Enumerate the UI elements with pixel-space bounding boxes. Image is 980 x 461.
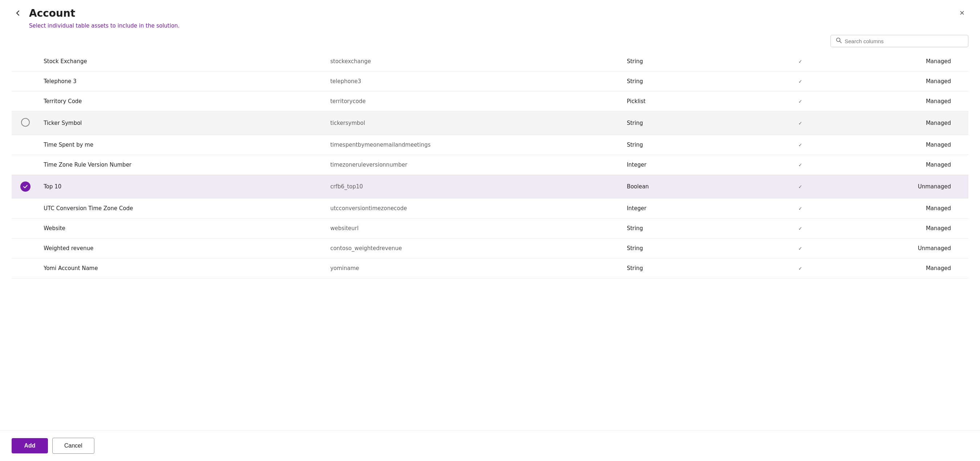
row-logical-name: timespentbymeonemailandmeetings (326, 135, 622, 155)
table-row[interactable]: WebsitewebsiteurlString✓Managed (12, 219, 968, 238)
row-name: Telephone 3 (39, 72, 326, 91)
table-row[interactable]: Top 10crfb6_top10Boolean✓Unmanaged (12, 175, 968, 199)
row-logical-name: utcconversiontimezonecode (326, 199, 622, 219)
row-checkmark: ✓ (770, 175, 830, 199)
row-checkmark: ✓ (770, 258, 830, 278)
subtitle-highlight2: include in the solution (118, 22, 178, 29)
page-title: Account (29, 7, 75, 19)
row-type: Picklist (622, 91, 770, 111)
row-logical-name: territorycode (326, 91, 622, 111)
row-checkbox[interactable] (12, 258, 39, 278)
row-checkbox[interactable] (12, 135, 39, 155)
row-type: String (622, 72, 770, 91)
table-row[interactable]: Telephone 3telephone3String✓Managed (12, 72, 968, 91)
row-type: Integer (622, 155, 770, 175)
checkmark-icon: ✓ (799, 121, 802, 126)
checkmark-icon: ✓ (799, 99, 802, 104)
row-type: String (622, 258, 770, 278)
row-managed-status: Unmanaged (830, 238, 968, 258)
row-checkbox[interactable] (12, 155, 39, 175)
row-checkbox[interactable] (12, 111, 39, 135)
row-checkmark: ✓ (770, 219, 830, 238)
search-bar-row (0, 35, 980, 52)
subtitle-highlight1: individual table assets (48, 22, 108, 29)
checkbox-checked-icon (20, 181, 30, 192)
table-row[interactable]: Ticker SymboltickersymbolString✓Managed (12, 111, 968, 135)
row-checkbox[interactable] (12, 238, 39, 258)
back-button[interactable] (12, 6, 25, 20)
row-managed-status: Managed (830, 72, 968, 91)
row-type: String (622, 111, 770, 135)
row-name: Website (39, 219, 326, 238)
row-managed-status: Managed (830, 91, 968, 111)
row-type: Integer (622, 199, 770, 219)
checkmark-icon: ✓ (799, 162, 802, 168)
row-managed-status: Managed (830, 199, 968, 219)
row-logical-name: contoso_weightedrevenue (326, 238, 622, 258)
checkbox-empty-icon (21, 118, 30, 127)
footer: Add Cancel (0, 430, 980, 461)
row-managed-status: Managed (830, 135, 968, 155)
row-logical-name: timezoneruleversionnumber (326, 155, 622, 175)
row-checkbox[interactable] (12, 91, 39, 111)
columns-table: Stock ExchangestockexchangeString✓Manage… (12, 52, 968, 278)
row-checkbox[interactable] (12, 72, 39, 91)
row-name: Weighted revenue (39, 238, 326, 258)
row-type: String (622, 219, 770, 238)
table-row[interactable]: Stock ExchangestockexchangeString✓Manage… (12, 52, 968, 72)
row-logical-name: telephone3 (326, 72, 622, 91)
row-name: Ticker Symbol (39, 111, 326, 135)
row-name: Time Zone Rule Version Number (39, 155, 326, 175)
table-container: Stock ExchangestockexchangeString✓Manage… (0, 52, 980, 430)
table-row[interactable]: Time Spent by metimespentbymeonemailandm… (12, 135, 968, 155)
checkmark-icon: ✓ (799, 206, 802, 211)
checkmark-icon: ✓ (799, 266, 802, 271)
row-managed-status: Managed (830, 155, 968, 175)
checkmark-icon: ✓ (799, 142, 802, 148)
row-name: Stock Exchange (39, 52, 326, 72)
checkmark-icon: ✓ (799, 246, 802, 251)
search-box (830, 35, 968, 47)
row-checkbox[interactable] (12, 52, 39, 72)
row-checkbox[interactable] (12, 199, 39, 219)
table-row[interactable]: Time Zone Rule Version Numbertimezonerul… (12, 155, 968, 175)
row-checkbox[interactable] (12, 175, 39, 199)
table-row[interactable]: Weighted revenuecontoso_weightedrevenueS… (12, 238, 968, 258)
subtitle: Select individual table assets to includ… (0, 20, 980, 35)
row-managed-status: Managed (830, 258, 968, 278)
row-type: String (622, 135, 770, 155)
row-name: Top 10 (39, 175, 326, 199)
table-row[interactable]: Territory CodeterritorycodePicklist✓Mana… (12, 91, 968, 111)
table-row[interactable]: Yomi Account NameyominameString✓Managed (12, 258, 968, 278)
row-checkmark: ✓ (770, 52, 830, 72)
row-name: UTC Conversion Time Zone Code (39, 199, 326, 219)
row-name: Yomi Account Name (39, 258, 326, 278)
row-checkmark: ✓ (770, 72, 830, 91)
dialog-header: Account ✕ (0, 0, 980, 20)
svg-line-1 (840, 41, 842, 43)
checkmark-icon: ✓ (799, 59, 802, 64)
row-managed-status: Managed (830, 52, 968, 72)
row-logical-name: crfb6_top10 (326, 175, 622, 199)
row-name: Territory Code (39, 91, 326, 111)
row-checkmark: ✓ (770, 155, 830, 175)
cancel-button[interactable]: Cancel (52, 438, 94, 454)
row-type: String (622, 52, 770, 72)
row-name: Time Spent by me (39, 135, 326, 155)
row-checkbox[interactable] (12, 219, 39, 238)
search-input[interactable] (845, 38, 963, 44)
row-checkmark: ✓ (770, 199, 830, 219)
row-type: String (622, 238, 770, 258)
row-logical-name: stockexchange (326, 52, 622, 72)
row-logical-name: yominame (326, 258, 622, 278)
table-row[interactable]: UTC Conversion Time Zone Codeutcconversi… (12, 199, 968, 219)
row-checkmark: ✓ (770, 91, 830, 111)
search-icon (836, 37, 842, 45)
checkmark-icon: ✓ (799, 226, 802, 231)
close-button[interactable]: ✕ (955, 6, 968, 20)
row-type: Boolean (622, 175, 770, 199)
add-button[interactable]: Add (12, 438, 48, 453)
row-checkmark: ✓ (770, 111, 830, 135)
row-managed-status: Unmanaged (830, 175, 968, 199)
row-logical-name: tickersymbol (326, 111, 622, 135)
